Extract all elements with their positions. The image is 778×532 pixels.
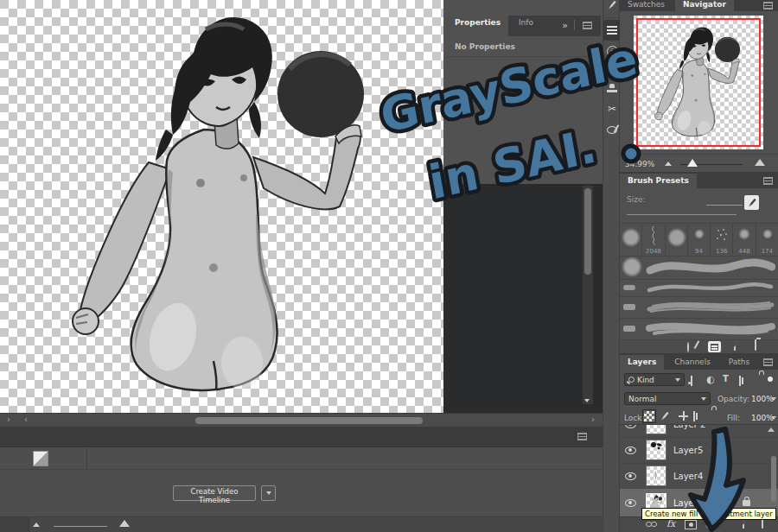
panel-menu-icon[interactable] <box>763 177 773 185</box>
create-new-brush-icon[interactable] <box>734 340 736 351</box>
layer-visibility-icon[interactable] <box>625 424 636 428</box>
expand-corner-icon[interactable]: › <box>7 415 10 424</box>
brush-stroke-row[interactable] <box>620 318 778 340</box>
add-layer-mask-icon[interactable] <box>685 520 697 529</box>
tab-layers[interactable]: Layers <box>620 355 664 370</box>
collapse-panel-icon[interactable]: » <box>562 20 568 31</box>
brush-stroke-row[interactable] <box>620 279 778 297</box>
new-adjustment-layer-icon[interactable]: ◑ <box>705 518 714 530</box>
layer-thumbnail[interactable] <box>646 466 666 486</box>
opacity-value[interactable]: 100% <box>751 395 774 403</box>
navigator-tabbar: Swatches Navigator <box>620 0 778 12</box>
toggle-bristle-brush-icon[interactable] <box>744 195 759 210</box>
brush-size-value-line <box>706 205 743 206</box>
layers-scrollbar-thumb[interactable] <box>771 456 776 502</box>
tab-properties[interactable]: Properties <box>447 16 508 36</box>
brush-grid: 2048 94 136 448 174 <box>620 223 778 256</box>
open-brush-panel-icon[interactable] <box>708 341 721 352</box>
info-panel-icon[interactable]: i <box>603 41 621 61</box>
blend-mode-dropdown[interactable]: Normal <box>624 392 711 405</box>
opacity-dropdown-icon[interactable] <box>771 397 776 401</box>
navigator-body <box>620 11 778 154</box>
vertical-scrollbar-thumb[interactable] <box>584 188 591 275</box>
brush-preset[interactable] <box>666 224 688 256</box>
histogram-panel-icon[interactable] <box>603 119 621 140</box>
tab-info[interactable]: Info <box>511 16 541 36</box>
navigator-zoom-slider-thumb[interactable] <box>687 159 698 167</box>
scroll-down-arrow-icon[interactable] <box>584 399 590 402</box>
layer-thumbnail[interactable] <box>646 440 666 460</box>
layer-row[interactable]: Layer5 <box>620 437 778 464</box>
artwork-figure <box>0 0 443 413</box>
lock-artboard-icon[interactable] <box>693 411 695 421</box>
timeline-zoom-in-icon[interactable] <box>119 520 130 527</box>
timeline-track-header <box>0 446 87 470</box>
layer-thumbnail[interactable] <box>646 424 666 434</box>
tool-presets-panel-icon[interactable]: ✂ <box>603 98 621 119</box>
filter-type-layers-icon[interactable]: T <box>723 374 729 383</box>
scroll-up-arrow-icon[interactable] <box>768 428 775 432</box>
horizontal-scrollbar-thumb[interactable] <box>195 417 423 424</box>
create-video-timeline-button[interactable]: Create Video Timeline <box>173 485 256 501</box>
no-properties-text: No Properties <box>455 42 515 51</box>
fill-value[interactable]: 100% <box>751 414 774 422</box>
tooltip: Create new fill or adjustment layer <box>641 508 776 520</box>
tab-navigator[interactable]: Navigator <box>675 0 734 11</box>
layer-name[interactable]: Layer6 <box>673 498 703 508</box>
brush-preset[interactable]: 448 <box>733 224 756 256</box>
vertical-scrollbar[interactable] <box>583 186 593 404</box>
filter-shape-layers-icon[interactable] <box>739 376 741 386</box>
tab-swatches[interactable]: Swatches <box>620 0 673 11</box>
delete-brush-icon[interactable] <box>755 339 756 351</box>
tab-brush-presets[interactable]: Brush Presets <box>620 174 697 188</box>
timeline-zoom-slider[interactable] <box>54 526 107 527</box>
tab-paths[interactable]: Paths <box>721 355 757 370</box>
layer-visibility-icon[interactable] <box>625 446 636 454</box>
brush-preset[interactable]: 136 <box>711 224 733 256</box>
navigator-zoom-out-icon[interactable] <box>665 162 672 166</box>
brush-preset[interactable]: 174 <box>756 224 778 256</box>
toggle-live-tip-preview-icon[interactable] <box>687 342 689 352</box>
navigator-zoom-value[interactable]: 34.99% <box>625 160 654 168</box>
clone-source-panel-icon[interactable] <box>603 78 621 98</box>
layer-name[interactable]: Layer 2 <box>673 424 705 429</box>
layer-visibility-icon[interactable] <box>625 499 636 507</box>
brush-preset[interactable]: 2048 <box>642 224 665 256</box>
fill-dropdown-icon[interactable] <box>771 416 776 420</box>
panel-menu-icon[interactable] <box>583 22 592 29</box>
filter-adjustment-layers-icon[interactable]: ◐ <box>706 374 715 385</box>
brush-size-slider[interactable] <box>627 214 737 215</box>
timeline-zoom-out-icon[interactable] <box>33 522 40 527</box>
filter-toggle-icon[interactable] <box>768 377 773 382</box>
lock-image-pixels-icon[interactable] <box>660 411 670 421</box>
timeline-type-dropdown[interactable] <box>261 485 276 501</box>
timeline-thumbnail-icon[interactable] <box>33 451 48 466</box>
layer-row[interactable]: Layer 2 <box>620 424 778 438</box>
fill-label: Fill: <box>727 414 740 422</box>
brush-stroke-row[interactable] <box>620 255 778 280</box>
layer-name[interactable]: Layer4 <box>673 472 703 481</box>
panel-menu-icon[interactable] <box>763 2 773 10</box>
navigator-view-box[interactable] <box>636 18 761 147</box>
tab-channels[interactable]: Channels <box>666 355 718 370</box>
filter-kind-dropdown[interactable]: Kind <box>624 373 685 386</box>
navigator-thumbnail[interactable] <box>634 16 763 149</box>
layer-name[interactable]: Layer5 <box>673 446 703 455</box>
layer-row[interactable]: Layer4 <box>620 463 778 490</box>
layers-tabbar: Layers Channels Paths <box>620 355 778 370</box>
scroll-right-arrow-icon[interactable]: › <box>591 415 595 424</box>
layer-visibility-icon[interactable] <box>625 472 636 480</box>
filter-image-layers-icon[interactable] <box>691 376 692 386</box>
properties-panel-icon[interactable] <box>603 20 621 41</box>
lock-transparent-pixels-icon[interactable] <box>644 411 654 421</box>
scroll-left-arrow-icon[interactable]: ‹ <box>24 415 28 424</box>
properties-panel: Properties Info » No Properties <box>447 16 601 57</box>
brush-preset[interactable] <box>620 224 642 256</box>
timeline-menu-icon[interactable] <box>577 433 587 440</box>
canvas[interactable] <box>0 0 443 413</box>
brush-stroke-row[interactable] <box>620 296 778 319</box>
brush-panel-icon[interactable] <box>603 0 621 16</box>
panel-menu-icon[interactable] <box>763 358 773 366</box>
navigator-zoom-in-icon[interactable] <box>755 159 765 166</box>
brush-preset[interactable]: 94 <box>688 224 711 256</box>
